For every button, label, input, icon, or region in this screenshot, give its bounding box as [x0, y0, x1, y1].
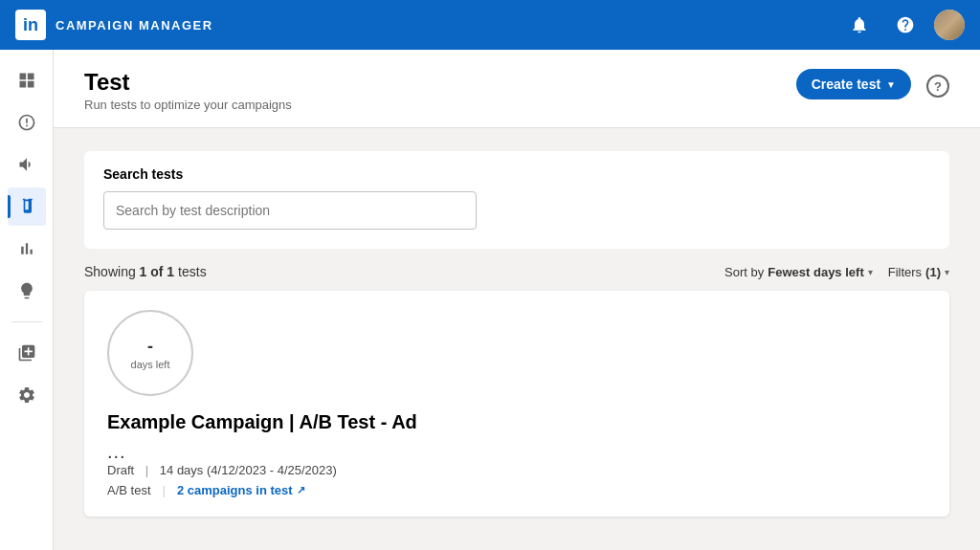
ab-separator: |	[163, 483, 166, 497]
results-controls: Sort by Fewest days left ▾ Filters(1) ▾	[724, 265, 949, 279]
user-avatar[interactable]	[934, 10, 965, 40]
test-card: - days left Example Campaign | A/B Test …	[84, 291, 949, 517]
card-meta: Draft | 14 days (4/12/2023 - 4/25/2023)	[107, 463, 926, 477]
filter-chevron-icon: ▾	[945, 267, 949, 277]
search-input[interactable]	[103, 191, 477, 230]
app-title: CAMPAIGN MANAGER	[56, 18, 213, 33]
body-content: Search tests Showing 1 of 1 tests Sort b…	[54, 128, 980, 539]
days-circle: - days left	[107, 310, 193, 396]
page-header-right: Create test ▼ ?	[796, 69, 949, 99]
search-section: Search tests	[84, 151, 949, 249]
days-number: -	[147, 337, 153, 357]
page-title: Test	[84, 69, 292, 96]
sidebar-item-analytics[interactable]	[8, 230, 46, 268]
sidebar-item-test[interactable]	[8, 187, 46, 226]
sidebar-divider	[11, 321, 42, 322]
sidebar-item-settings[interactable]	[8, 376, 46, 414]
campaigns-in-test-link[interactable]: 2 campaigns in test ↗	[177, 483, 305, 497]
card-top: - days left	[107, 310, 926, 396]
days-label: days left	[131, 359, 170, 370]
test-duration: 14 days	[160, 463, 204, 477]
create-test-label: Create test	[812, 77, 880, 92]
help-circle-icon[interactable]	[888, 8, 923, 42]
sidebar-item-insights[interactable]	[8, 272, 46, 310]
logo-area: in CAMPAIGN MANAGER	[15, 10, 213, 40]
page-header: Test Run tests to optimize your campaign…	[54, 50, 980, 128]
sidebar-item-explore[interactable]	[8, 103, 46, 142]
sort-chevron-icon: ▾	[868, 267, 873, 277]
ab-label: A/B test	[107, 483, 151, 497]
sidebar-item-dashboard[interactable]	[8, 61, 46, 99]
main-content: Test Run tests to optimize your campaign…	[54, 50, 980, 550]
main-layout: Test Run tests to optimize your campaign…	[0, 50, 980, 550]
results-bar: Showing 1 of 1 tests Sort by Fewest days…	[84, 264, 949, 279]
create-test-button[interactable]: Create test ▼	[796, 69, 911, 99]
page-title-section: Test Run tests to optimize your campaign…	[84, 69, 292, 112]
sidebar	[0, 50, 54, 550]
search-label: Search tests	[103, 166, 930, 182]
linkedin-logo-icon: in	[15, 10, 46, 40]
card-more-options[interactable]: ...	[107, 441, 926, 463]
chevron-down-icon: ▼	[886, 79, 896, 90]
external-link-icon: ↗	[297, 484, 305, 496]
sidebar-item-advertise[interactable]	[8, 145, 46, 184]
header: in CAMPAIGN MANAGER	[0, 0, 980, 50]
filter-button[interactable]: Filters(1) ▾	[888, 265, 949, 279]
sidebar-item-assets[interactable]	[8, 334, 46, 372]
meta-separator: |	[145, 463, 148, 477]
sort-button[interactable]: Sort by Fewest days left ▾	[724, 265, 873, 279]
test-name: Example Campaign | A/B Test - Ad	[107, 411, 926, 433]
notifications-bell-icon[interactable]	[842, 8, 877, 42]
test-date-range: (4/12/2023 - 4/25/2023)	[207, 463, 337, 477]
card-ab-row: A/B test | 2 campaigns in test ↗	[107, 483, 926, 497]
results-count: Showing 1 of 1 tests	[84, 264, 207, 279]
page-subtitle: Run tests to optimize your campaigns	[84, 98, 292, 112]
test-status: Draft	[107, 463, 134, 477]
page-help-icon[interactable]: ?	[926, 75, 949, 98]
